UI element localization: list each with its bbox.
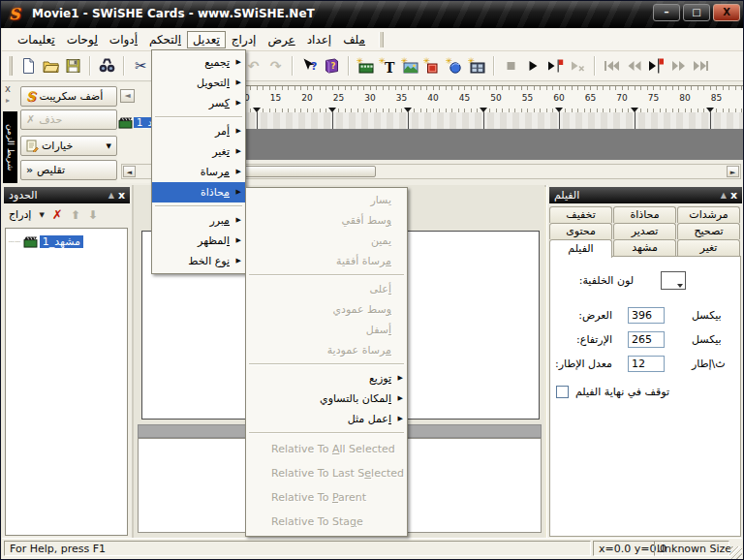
insert-menu-button[interactable]: إدراج [9,208,31,221]
background-color-picker[interactable] [661,271,686,290]
goto-end-icon[interactable] [690,55,712,77]
menubar-item-8[interactable]: ملف [337,31,371,48]
tab-تخفيف[interactable]: تخفيف [549,206,612,223]
menubar-item-7[interactable]: إعداد [301,31,337,48]
stop-icon[interactable] [500,55,522,77]
ruler-number: 45 [459,93,470,103]
menubar-item-3[interactable]: التحكم [143,31,187,48]
play-to-flag-icon[interactable] [645,55,667,77]
align-menu-item-12[interactable]: اعمل مثل▶ [246,409,407,429]
minimize-button[interactable]: – [653,4,680,21]
step-back-icon[interactable] [623,55,645,77]
tab-مشهد[interactable]: مشهد [613,239,676,256]
panel-pin-icon[interactable]: ▲ [721,191,727,200]
find-binoculars-icon[interactable] [96,55,118,77]
menubar-item-1[interactable]: لوحات [61,31,104,48]
edit-menu-item-10[interactable]: المظهر▶ [152,231,245,251]
delete-script-button[interactable]: حذف ✗ [20,109,117,130]
dropdown-arrow-icon: ▼ [107,142,111,150]
align-menu-item-15[interactable]: Relative To Last Selected [246,461,407,485]
insert-sprite-icon[interactable]: ✳ [444,55,466,77]
align-menu-item-1[interactable]: وسط أفقي [246,210,407,231]
menubar-item-2[interactable]: أدوات [104,31,143,48]
insert-movie-icon[interactable]: ✳ [466,55,488,77]
outline-panel-close-icon[interactable]: x [118,190,125,201]
tab-مرشدات[interactable]: مرشدات [677,206,740,223]
edit-menu-item-1[interactable]: التحويل▶ [152,73,245,93]
align-menu-item-7[interactable]: أسفل [246,320,407,340]
field-input-2[interactable] [628,356,665,372]
tab-تصحيح[interactable]: تصحيح [677,223,740,239]
play-disabled-x-icon[interactable] [567,55,589,77]
timeline-vertical-tab[interactable]: شريط الزمن [3,111,17,183]
align-menu-item-11[interactable]: المكان بالتساوي▶ [246,389,407,409]
menubar-item-6[interactable]: عرض [262,31,300,48]
step-forward-icon[interactable] [667,55,690,77]
menubar-item-4[interactable]: تعديل [187,31,226,48]
script-panel-arrow-icon[interactable]: ▸ [6,96,10,105]
close-button[interactable]: X [713,4,740,21]
align-menu-item-6[interactable]: وسط عمودي [246,299,407,320]
guide-book-icon[interactable]: ? [321,55,343,77]
scrollbar-right-arrow-icon[interactable]: ► [727,166,739,177]
edit-menu-item-7[interactable]: محاذاة▶ [152,182,245,202]
collapse-button[interactable]: تقليص « [20,160,117,180]
edit-menu-item-6[interactable]: مرساة▶ [152,162,245,182]
align-menu-item-3[interactable]: مرساة أفقية [246,251,407,271]
align-menu-item-0[interactable]: يسار [246,190,407,210]
edit-menu-item-2[interactable]: كسر▶ [152,93,245,113]
save-floppy-icon[interactable] [62,55,84,77]
tab-محاذاة[interactable]: محاذاة [613,206,676,223]
edit-menu-item-0[interactable]: تجميع▶ [152,52,245,73]
align-menu-item-16[interactable]: Relative To Parent [246,485,407,510]
cut-scissors-icon[interactable]: ✂ [130,55,152,77]
stop-at-end-checkbox[interactable] [556,386,569,398]
edit-menu-item-11[interactable]: نوع الخط▶ [152,251,245,271]
move-up-icon[interactable]: ⬆ [71,208,80,222]
menubar-item-5[interactable]: إدراج [226,31,263,48]
help-cursor-icon[interactable]: ? [298,55,321,77]
edit-menu-item-4[interactable]: أمر▶ [152,121,245,141]
insert-image-icon[interactable]: ✳ [399,55,421,77]
ruler-number: 80 [679,93,690,103]
align-menu-item-8[interactable]: مرساة عمودية [246,340,407,360]
movie-panel-close-icon[interactable]: x [730,190,737,201]
field-input-0[interactable] [628,307,665,324]
play-icon[interactable] [522,55,544,77]
align-menu-item-14[interactable]: Relative To All Selected [246,437,407,461]
delete-item-icon[interactable]: ✗ [52,207,63,222]
play-movie-flag-icon[interactable] [544,55,567,77]
align-menu-item-17[interactable]: Relative To Stage [246,510,407,534]
move-down-icon[interactable]: ⬇ [88,208,98,222]
script-panel-close-icon[interactable]: x [5,84,11,94]
title-bar[interactable]: S Movie1 - SWiSHE Cards - www.SWiSHE.NeT… [1,1,744,28]
edit-menu-item-5[interactable]: تغير▶ [152,141,245,162]
new-document-icon[interactable] [17,55,40,77]
redo-arrow-icon[interactable]: ↷ [264,55,287,77]
align-menu-item-10[interactable]: توزيع▶ [246,368,407,389]
insert-dropdown-arrow-icon[interactable]: ▼ [39,211,44,219]
menubar-item-0[interactable]: تعليمات [12,31,61,48]
field-input-1[interactable] [628,331,665,348]
tab-تصدير[interactable]: تصدير [613,223,676,239]
panel-pin-icon[interactable]: ▲ [108,191,114,200]
tab-تغير[interactable]: تغير [677,239,740,256]
edit-menu-item-9[interactable]: مبرر▶ [152,210,245,231]
maximize-button[interactable]: □ [683,4,710,21]
options-button[interactable]: ▼ خيارات [20,136,117,156]
open-folder-icon[interactable] [40,55,62,77]
align-menu-item-2[interactable]: يمين [246,231,407,251]
align-menu-item-5[interactable]: أعلى [246,279,407,299]
insert-text-icon[interactable]: ✳T [377,55,399,77]
tab-محتوى[interactable]: محتوى [549,223,612,239]
field-label: معدل الإطار: [556,358,612,370]
goto-start-icon[interactable] [601,55,623,77]
timeline-scroll-left-icon[interactable]: ◄ [120,89,135,103]
add-script-button[interactable]: أضف سكريبت S [20,86,117,107]
resize-grip[interactable] [729,546,742,559]
scrollbar-left-arrow-icon[interactable]: ◄ [123,166,136,177]
tab-الفيلم[interactable]: الفيلم [549,239,612,258]
outline-tree-item-0[interactable]: ┄┄مشهد_1 [9,235,124,248]
insert-button-icon[interactable]: ✳ [421,55,444,77]
insert-scene-icon[interactable]: ✳ [355,55,377,77]
